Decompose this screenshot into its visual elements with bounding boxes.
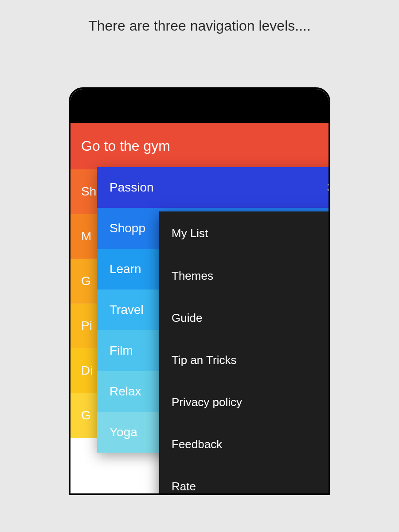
level2-item-count: 3 xyxy=(327,181,330,194)
level3-item-label: Tip an Tricks xyxy=(172,353,236,367)
level2-item-label: Relax xyxy=(110,384,141,399)
level3-item-label: Feedback xyxy=(172,438,222,451)
level3-item-guide[interactable]: Guide xyxy=(159,297,330,339)
level3-item-label: Rate xyxy=(172,480,196,493)
level2-item-label: Shopp xyxy=(110,221,145,235)
level3-item-label: Guide xyxy=(172,311,202,325)
level3-item-label: Themes xyxy=(172,269,213,283)
level2-item-label: Film xyxy=(110,344,133,358)
level1-header[interactable]: Go to the gym xyxy=(70,123,329,169)
level2-item-label: Travel xyxy=(110,303,144,317)
level2-item-label: Yoga xyxy=(110,425,137,439)
phone-mockup: Passion Go to the gym Sh M G Pi Di G Pas… xyxy=(69,87,330,495)
level3-item-my-list[interactable]: My List 8 xyxy=(159,211,330,255)
level3-item-themes[interactable]: Themes xyxy=(159,255,330,297)
level1-panel: Go to the gym Sh M G Pi Di G Passion 3 S… xyxy=(70,123,329,495)
phone-notch xyxy=(70,89,329,98)
level3-panel: My List 8 Themes Guide Tip an Tricks Pri… xyxy=(159,211,330,495)
level2-item-label: Passion xyxy=(110,180,154,195)
app-screenshot-frame: There are three navigation levels.... Pa… xyxy=(0,0,399,532)
level3-item-rate[interactable]: Rate xyxy=(159,466,330,495)
level2-item-label: Learn xyxy=(110,262,141,276)
level3-item-feedback[interactable]: Feedback xyxy=(159,423,330,466)
level3-item-label: My List xyxy=(172,227,208,240)
level3-item-tips[interactable]: Tip an Tricks xyxy=(159,339,330,381)
level2-item-passion[interactable]: Passion 3 xyxy=(97,167,330,208)
level3-item-label: Privacy policy xyxy=(172,395,242,409)
level3-item-privacy[interactable]: Privacy policy xyxy=(159,381,330,423)
page-heading: There are three navigation levels.... xyxy=(16,18,383,34)
